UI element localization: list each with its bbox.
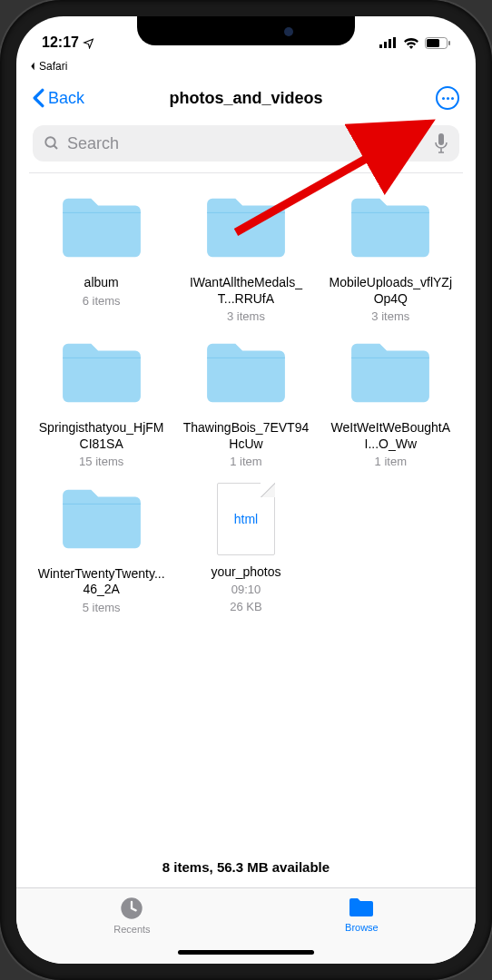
folder-item[interactable]: IWantAlltheMedals_T...RRUfA3 items (179, 191, 312, 324)
item-name: your_photos (211, 564, 280, 581)
location-icon (83, 37, 94, 49)
item-time: 09:10 (231, 583, 261, 597)
search-field[interactable]: Search (33, 125, 459, 162)
mic-icon[interactable] (434, 133, 448, 153)
back-button[interactable]: Back (33, 88, 84, 108)
folder-icon (346, 191, 435, 266)
folder-icon (346, 337, 435, 411)
storage-summary: 8 items, 56.3 MB available (16, 839, 476, 887)
folder-icon (57, 191, 146, 266)
divider (29, 172, 463, 173)
item-subtitle: 1 item (375, 455, 407, 469)
signal-icon (379, 37, 398, 48)
item-subtitle: 1 item (230, 455, 261, 469)
tab-recents-label: Recents (113, 924, 150, 935)
folder-item[interactable]: ThawingBois_7EVT94HcUw1 item (179, 337, 312, 469)
svg-rect-0 (379, 44, 382, 48)
folder-item[interactable]: MobileUploads_vflYZjOp4Q3 items (324, 191, 458, 324)
item-name: ThawingBois_7EVT94HcUw (182, 420, 310, 452)
back-label: Back (48, 89, 84, 108)
search-icon (44, 135, 60, 152)
tab-recents[interactable]: Recents (113, 896, 150, 935)
clock: 12:17 (42, 34, 79, 51)
file-icon: html (217, 483, 275, 555)
nav-bar: Back photos_and_videos (16, 78, 476, 118)
folder-icon (57, 337, 146, 411)
svg-line-9 (54, 145, 57, 149)
item-name: IWantAlltheMedals_T...RRUfA (182, 275, 310, 307)
file-item[interactable]: htmlyour_photos09:1026 KB (179, 483, 312, 615)
folder-icon (348, 896, 375, 919)
item-name: Springisthatyou_HjFMCI81SA (38, 420, 165, 452)
folder-icon (202, 191, 290, 266)
tab-bar: Recents Browse (16, 887, 476, 964)
home-indicator[interactable] (178, 950, 314, 955)
folder-icon (202, 337, 290, 411)
svg-rect-3 (393, 37, 396, 48)
page-title: photos_and_videos (169, 89, 322, 108)
folder-item[interactable]: WinterTwentyTwenty...46_2A5 items (34, 483, 168, 615)
item-name: MobileUploads_vflYZjOp4Q (327, 275, 454, 307)
item-size: 26 KB (230, 600, 261, 614)
item-subtitle: 3 items (227, 309, 265, 324)
folder-icon (57, 483, 146, 557)
svg-rect-10 (438, 133, 444, 145)
battery-icon (425, 37, 450, 49)
item-subtitle: 15 items (79, 455, 123, 469)
ellipsis-icon (442, 97, 454, 100)
svg-rect-5 (427, 39, 439, 47)
svg-point-8 (45, 137, 55, 147)
item-name: WeItWeItWeBoughtAI...O_Ww (327, 420, 454, 452)
item-subtitle: 6 items (83, 294, 121, 309)
app-breadcrumb[interactable]: Safari (16, 60, 476, 78)
wifi-icon (403, 37, 419, 49)
clock-icon (119, 896, 144, 921)
more-button[interactable] (436, 86, 459, 110)
item-name: WinterTwentyTwenty...46_2A (38, 566, 165, 598)
svg-rect-6 (448, 41, 450, 45)
folder-item[interactable]: Springisthatyou_HjFMCI81SA15 items (34, 337, 168, 469)
search-placeholder: Search (67, 134, 427, 153)
folder-item[interactable]: WeItWeItWeBoughtAI...O_Ww1 item (324, 337, 458, 469)
svg-rect-2 (389, 39, 391, 48)
item-subtitle: 3 items (371, 309, 409, 324)
file-extension: html (234, 512, 258, 526)
svg-rect-1 (384, 42, 387, 48)
item-subtitle: 5 items (83, 601, 121, 615)
file-grid: album6 itemsIWantAlltheMedals_T...RRUfA3… (16, 191, 476, 839)
item-name: album (84, 275, 119, 291)
breadcrumb-app-label: Safari (39, 60, 67, 73)
tab-browse-label: Browse (345, 922, 379, 933)
folder-item[interactable]: album6 items (34, 191, 168, 324)
tab-browse[interactable]: Browse (345, 896, 379, 933)
